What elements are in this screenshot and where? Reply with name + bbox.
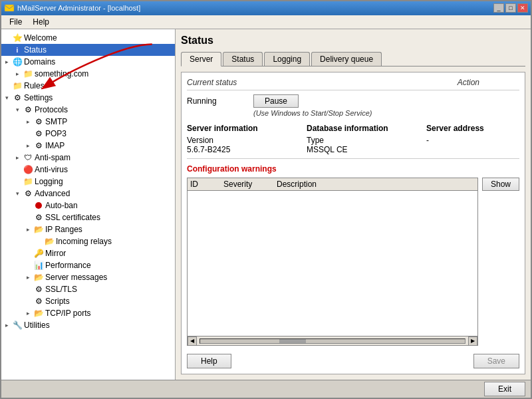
- scrollbar-track[interactable]: [200, 338, 466, 344]
- running-text: Running: [187, 96, 240, 106]
- expand-status: [1, 45, 12, 55]
- sidebar-item-rules[interactable]: 📁 Rules: [1, 80, 175, 92]
- expand-auto-ban: [23, 200, 33, 211]
- server-info-col: Server information Version 5.6.7-B2425: [187, 124, 280, 154]
- sidebar-label-smtp: SMTP: [45, 117, 67, 126]
- scrollbar-thumb[interactable]: [279, 339, 306, 343]
- globe-icon: 🌐: [12, 57, 23, 67]
- horizontal-scrollbar[interactable]: ◀ ▶: [188, 336, 477, 345]
- sidebar-item-ssl-certs[interactable]: ⚙ SSL certificates: [1, 211, 175, 223]
- sidebar-item-scripts[interactable]: ⚙ Scripts: [1, 295, 175, 307]
- tab-delivery-queue[interactable]: Delivery queue: [311, 52, 382, 66]
- sidebar-item-status[interactable]: i Status: [1, 44, 175, 56]
- sidebar-item-protocols[interactable]: ▾ ⚙ Protocols: [1, 104, 175, 116]
- action-label: Action: [458, 78, 479, 87]
- sidebar-item-advanced[interactable]: ▾ ⚙ Advanced: [1, 188, 175, 200]
- gear-icon-imap: ⚙: [33, 140, 44, 151]
- current-status-row: Current status Action: [187, 78, 519, 90]
- perf-icon: 📊: [33, 260, 44, 271]
- sidebar-item-settings[interactable]: ▾ ⚙ Settings: [1, 92, 175, 104]
- maximize-button[interactable]: □: [505, 3, 516, 13]
- tab-server[interactable]: Server: [181, 52, 221, 66]
- folder-icon-logging: 📁: [23, 176, 33, 187]
- warnings-outer: ID Severity Description ◀ ▶: [187, 178, 519, 346]
- svg-text:i: i: [17, 47, 19, 54]
- sidebar-label-anti-virus: Anti-virus: [35, 165, 68, 174]
- sidebar-item-domains[interactable]: ▸ 🌐 Domains: [1, 56, 175, 68]
- sidebar-item-utilities[interactable]: ▸ 🔧 Utilities: [1, 319, 175, 331]
- expand-server-messages: ▸: [23, 272, 33, 283]
- tab-logging[interactable]: Logging: [264, 52, 310, 66]
- sidebar-item-anti-virus[interactable]: 🔴 Anti-virus: [1, 164, 175, 176]
- expand-advanced: ▾: [12, 188, 23, 199]
- svg-point-3: [35, 202, 42, 209]
- scroll-left-arrow[interactable]: ◀: [188, 336, 197, 346]
- col-desc-header: Description: [277, 180, 475, 189]
- expand-anti-virus: [12, 164, 23, 175]
- window-controls: _ □ ✕: [493, 3, 528, 13]
- sidebar-item-welcome[interactable]: ⭐ Welcome: [1, 32, 175, 44]
- sidebar-label-ssl-certs: SSL certificates: [45, 213, 100, 222]
- sidebar-label-utilities: Utilities: [24, 321, 50, 330]
- sidebar-label-mirror: Mirror: [45, 249, 66, 258]
- close-button[interactable]: ✕: [517, 3, 528, 13]
- sidebar-item-mirror[interactable]: 🔑 Mirror: [1, 247, 175, 259]
- scroll-right-arrow[interactable]: ▶: [468, 336, 477, 346]
- menu-help[interactable]: Help: [27, 16, 55, 28]
- type-label: Type: [307, 136, 400, 145]
- content-area: Status Server Status Logging Delivery qu…: [176, 29, 531, 380]
- app-window: hMailServer Administrator - [localhost] …: [0, 0, 532, 399]
- sidebar-item-something-com[interactable]: ▸ 📁 something.com: [1, 68, 175, 80]
- warnings-header: ID Severity Description: [188, 178, 477, 191]
- window-title: hMailServer Administrator - [localhost]: [17, 4, 493, 12]
- server-address-header: Server address: [426, 124, 519, 133]
- title-bar: hMailServer Administrator - [localhost] …: [1, 1, 531, 15]
- expand-welcome: [1, 33, 12, 43]
- sidebar-item-server-messages[interactable]: ▸ 📂 Server messages: [1, 271, 175, 283]
- expand-domains: ▸: [1, 57, 12, 67]
- sidebar-item-incoming-relays[interactable]: 📂 Incoming relays: [1, 235, 175, 247]
- sidebar-label-imap: IMAP: [45, 141, 65, 150]
- folder-icon-ip-ranges: 📂: [33, 224, 44, 235]
- expand-scripts: [23, 296, 33, 307]
- db-info-col: Database information Type MSSQL CE: [307, 124, 400, 154]
- config-warnings-title: Configuration warnings: [187, 164, 519, 174]
- gear-icon-pop3: ⚙: [33, 128, 44, 139]
- sidebar-item-imap[interactable]: ▸ ⚙ IMAP: [1, 140, 175, 152]
- exit-button[interactable]: Exit: [484, 382, 525, 396]
- sidebar: ⭐ Welcome i Status ▸ 🌐 Domains: [1, 29, 176, 380]
- expand-settings: ▾: [1, 92, 12, 103]
- minimize-button[interactable]: _: [493, 3, 504, 13]
- sidebar-item-tcp-ip-ports[interactable]: ▸ 📂 TCP/IP ports: [1, 307, 175, 319]
- help-button[interactable]: Help: [187, 354, 231, 368]
- sidebar-item-performance[interactable]: 📊 Performance: [1, 259, 175, 271]
- expand-incoming-relays: [33, 236, 44, 247]
- windows-hint: (Use Windows to Start/Stop Service): [253, 109, 519, 117]
- sidebar-item-pop3[interactable]: ⚙ POP3: [1, 128, 175, 140]
- tab-bar: Server Status Logging Delivery queue: [181, 52, 525, 66]
- warnings-body: [188, 191, 477, 336]
- menu-file[interactable]: File: [4, 16, 27, 28]
- folder-icon-tcp: 📂: [33, 308, 44, 319]
- gear-icon-settings: ⚙: [12, 92, 23, 103]
- server-address-value: -: [426, 136, 519, 145]
- folder-icon-server-messages: 📂: [33, 272, 44, 283]
- type-value: MSSQL CE: [307, 145, 400, 154]
- sidebar-item-anti-spam[interactable]: ▸ 🛡 Anti-spam: [1, 152, 175, 164]
- sidebar-item-auto-ban[interactable]: Auto-ban: [1, 200, 175, 211]
- tab-status[interactable]: Status: [223, 52, 263, 66]
- sidebar-label-incoming-relays: Incoming relays: [56, 237, 112, 246]
- expand-pop3: [23, 128, 33, 139]
- show-button[interactable]: Show: [482, 178, 519, 191]
- expand-rules: [1, 80, 12, 91]
- expand-ip-ranges: ▸: [23, 224, 33, 235]
- sidebar-label-scripts: Scripts: [45, 297, 70, 306]
- sidebar-item-ssl-tls[interactable]: ⚙ SSL/TLS: [1, 283, 175, 295]
- bottom-buttons: Help Save: [187, 354, 519, 368]
- sidebar-item-smtp[interactable]: ▸ ⚙ SMTP: [1, 116, 175, 128]
- expand-anti-spam: ▸: [12, 152, 23, 163]
- sidebar-item-logging[interactable]: 📁 Logging: [1, 176, 175, 188]
- sidebar-label-rules: Rules: [24, 81, 45, 90]
- pause-button[interactable]: Pause: [253, 94, 299, 108]
- sidebar-item-ip-ranges[interactable]: ▸ 📂 IP Ranges: [1, 223, 175, 235]
